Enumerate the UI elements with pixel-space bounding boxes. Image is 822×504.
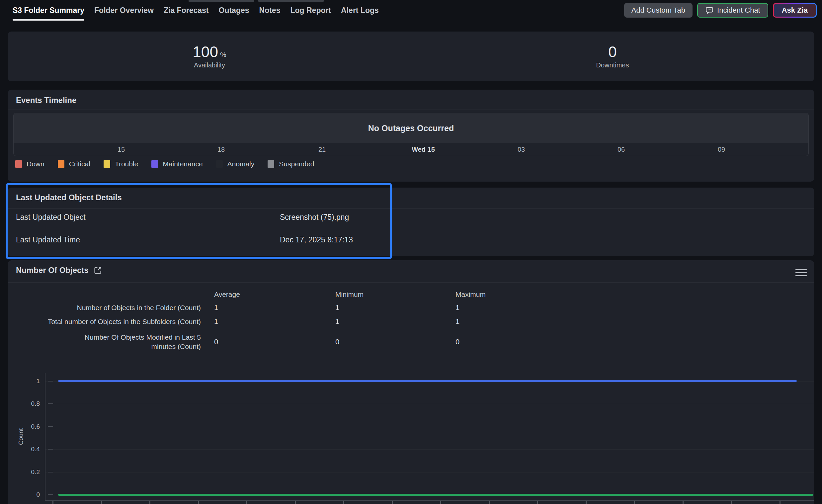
incident-chat-button[interactable]: Incident Chat	[697, 3, 768, 18]
x-tick	[440, 501, 441, 504]
number-of-objects-header: Number Of Objects	[16, 266, 102, 275]
x-tick	[392, 501, 393, 504]
gridline	[45, 427, 814, 427]
x-tick	[295, 501, 296, 504]
x-tick	[634, 501, 635, 504]
y-tick-dash	[48, 472, 53, 472]
timeline-tick-day: Wed 15	[412, 146, 435, 153]
y-axis-line	[45, 373, 45, 501]
downtimes-value: 0	[608, 44, 617, 59]
y-tick-dash	[48, 381, 53, 382]
legend-item-trouble[interactable]: Trouble	[103, 160, 138, 168]
no-outages-message: No Outages Occurred	[368, 123, 454, 133]
x-tick	[585, 501, 586, 504]
ask-zia-button[interactable]: Ask Zia	[773, 3, 817, 18]
stat-table-header: Average Minimum Maximum	[8, 288, 814, 301]
x-tick	[537, 501, 538, 504]
incident-chat-label: Incident Chat	[717, 6, 760, 15]
last-updated-time-label: Last Updated Time	[16, 235, 80, 244]
objects-stat-table: Average Minimum Maximum Number of Object…	[8, 288, 814, 355]
events-legend: Down Critical Trouble Maintenance Anomal…	[15, 160, 314, 168]
nav-actions: Add Custom Tab Incident Chat Ask Zia	[624, 3, 817, 18]
events-timeline-chart[interactable]: No Outages Occurred 15 18 21 Wed 15 03 0…	[13, 113, 809, 156]
objects-line-chart[interactable]: Count 1 0.8 0.6 0.4 0.2 0	[8, 370, 814, 504]
tab-notes[interactable]: Notes	[259, 0, 281, 21]
y-tick-dash	[48, 403, 53, 404]
chart-menu-icon[interactable]	[795, 269, 807, 276]
table-row: Total number of Objects in the Subfolder…	[8, 315, 814, 329]
timeline-axis: 15 18 21 Wed 15 03 06 09	[14, 143, 808, 156]
legend-item-down[interactable]: Down	[15, 160, 44, 168]
gridline	[45, 449, 814, 450]
downtimes-label: Downtimes	[596, 61, 629, 69]
x-axis-line	[45, 500, 814, 501]
chat-bubble-icon	[705, 6, 714, 15]
legend-item-suspended[interactable]: Suspended	[268, 160, 314, 168]
add-custom-tab-button[interactable]: Add Custom Tab	[624, 3, 693, 18]
legend-item-maintenance[interactable]: Maintenance	[151, 160, 202, 168]
tab-folder-overview[interactable]: Folder Overview	[94, 0, 154, 21]
x-tick	[52, 501, 53, 504]
availability-label: Availability	[194, 61, 225, 69]
timeline-tick: 03	[517, 146, 525, 153]
y-tick: 0.2	[20, 468, 40, 476]
y-tick-dash	[48, 426, 53, 427]
y-tick: 0	[20, 491, 40, 498]
tab-s3-folder-summary[interactable]: S3 Folder Summary	[13, 0, 84, 21]
table-row: Number Of Objects Modified in Last 5 min…	[8, 329, 814, 355]
top-tab-bar: S3 Folder Summary Folder Overview Zia Fo…	[0, 0, 822, 21]
anomaly-swatch	[216, 160, 223, 168]
x-tick	[343, 501, 344, 504]
gridline	[45, 404, 814, 404]
last-updated-object-label: Last Updated Object	[16, 213, 86, 222]
tab-alert-logs[interactable]: Alert Logs	[341, 0, 379, 21]
series-line-blue	[58, 380, 797, 382]
last-updated-object-value: Screenshot (75).png	[280, 213, 349, 222]
legend-item-anomaly[interactable]: Anomaly	[216, 160, 255, 168]
expand-chart-icon[interactable]	[93, 266, 102, 275]
suspended-swatch	[268, 160, 274, 168]
last-updated-panel: Last Updated Object Details Last Updated…	[8, 187, 814, 256]
timeline-tick: 21	[318, 146, 326, 153]
critical-swatch	[58, 160, 64, 168]
downtimes-stat: 0 Downtimes	[411, 32, 814, 81]
timeline-tick: 18	[218, 146, 225, 153]
col-average: Average	[201, 291, 322, 299]
no-outages-band: No Outages Occurred	[14, 113, 808, 143]
stats-divider	[413, 48, 413, 76]
last-updated-time-value: Dec 17, 2025 8:17:13	[280, 235, 353, 244]
y-tick: 0.6	[20, 423, 40, 430]
down-swatch	[15, 160, 22, 168]
gridline	[45, 472, 814, 472]
col-minimum: Minimum	[322, 291, 442, 299]
timeline-tick: 09	[718, 146, 725, 153]
y-tick: 0.8	[20, 400, 40, 407]
legend-item-critical[interactable]: Critical	[58, 160, 90, 168]
number-of-objects-title: Number Of Objects	[16, 266, 89, 275]
x-tick	[246, 501, 247, 504]
summary-stats-panel: 100% Availability 0 Downtimes	[8, 32, 814, 81]
availability-value: 100%	[192, 44, 226, 59]
tab-log-report[interactable]: Log Report	[290, 0, 331, 21]
trouble-swatch	[103, 160, 110, 168]
events-timeline-title: Events Timeline	[16, 96, 76, 105]
y-tick-dash	[48, 494, 53, 495]
number-of-objects-panel: Number Of Objects Average Minimum Maximu…	[8, 260, 814, 504]
y-tick: 0.4	[20, 446, 40, 453]
x-tick	[489, 501, 490, 504]
x-tick	[731, 501, 732, 504]
number-of-objects-divider	[8, 282, 814, 283]
events-timeline-panel: Events Timeline No Outages Occurred 15 1…	[8, 90, 814, 181]
x-tick	[198, 501, 199, 504]
x-tick	[780, 501, 781, 504]
last-updated-divider	[8, 208, 814, 208]
timeline-tick: 15	[117, 146, 125, 153]
series-line-green	[58, 494, 813, 496]
ask-zia-label: Ask Zia	[782, 6, 808, 15]
tab-zia-forecast[interactable]: Zia Forecast	[164, 0, 209, 21]
timeline-tick: 06	[618, 146, 625, 153]
tab-list: S3 Folder Summary Folder Overview Zia Fo…	[13, 0, 379, 21]
tab-outages[interactable]: Outages	[219, 0, 249, 21]
col-maximum: Maximum	[442, 291, 814, 299]
x-tick	[683, 501, 684, 504]
